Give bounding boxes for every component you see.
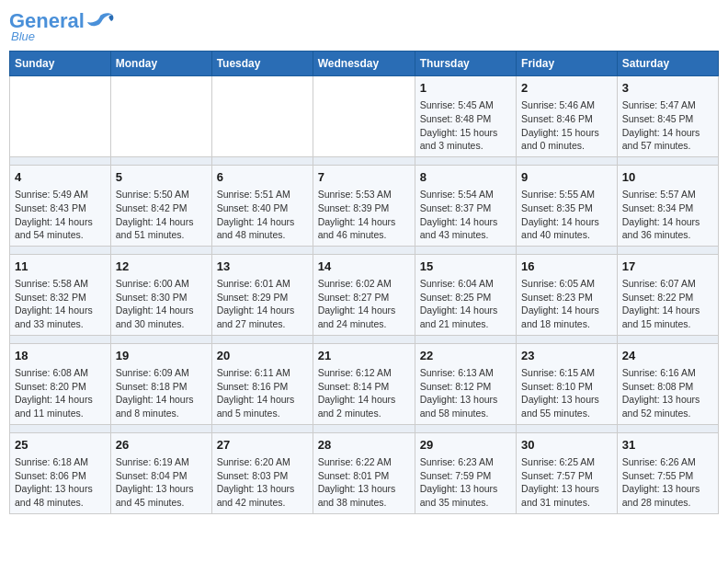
logo-bird-icon — [86, 11, 114, 31]
separator-cell — [517, 335, 618, 343]
day-number: 10 — [622, 169, 713, 186]
day-number: 13 — [217, 259, 308, 275]
separator-cell — [110, 156, 211, 165]
separator-cell — [211, 156, 313, 165]
calendar-cell: 6Sunrise: 5:51 AM Sunset: 8:40 PM Daylig… — [211, 165, 313, 246]
day-number: 19 — [116, 348, 207, 364]
day-info: Sunrise: 5:58 AM Sunset: 8:32 PM Dayligh… — [15, 277, 106, 331]
calendar-cell: 16Sunrise: 6:05 AM Sunset: 8:23 PM Dayli… — [517, 254, 618, 335]
day-info: Sunrise: 6:25 AM Sunset: 7:57 PM Dayligh… — [521, 455, 612, 510]
separator-cell — [415, 424, 516, 432]
calendar-cell: 13Sunrise: 6:01 AM Sunset: 8:29 PM Dayli… — [211, 254, 313, 335]
calendar-cell: 18Sunrise: 6:08 AM Sunset: 8:20 PM Dayli… — [10, 343, 111, 424]
separator-cell — [10, 156, 111, 165]
day-info: Sunrise: 6:05 AM Sunset: 8:23 PM Dayligh… — [521, 277, 612, 331]
day-info: Sunrise: 6:15 AM Sunset: 8:10 PM Dayligh… — [521, 366, 612, 420]
calendar-week-3: 11Sunrise: 5:58 AM Sunset: 8:32 PM Dayli… — [10, 254, 719, 335]
calendar-cell: 5Sunrise: 5:50 AM Sunset: 8:42 PM Daylig… — [110, 165, 211, 246]
week-separator — [10, 424, 719, 432]
day-info: Sunrise: 6:07 AM Sunset: 8:22 PM Dayligh… — [622, 277, 713, 331]
calendar-cell: 30Sunrise: 6:25 AM Sunset: 7:57 PM Dayli… — [517, 432, 618, 513]
day-info: Sunrise: 6:11 AM Sunset: 8:16 PM Dayligh… — [217, 366, 308, 420]
day-info: Sunrise: 6:19 AM Sunset: 8:04 PM Dayligh… — [116, 455, 207, 510]
day-info: Sunrise: 6:01 AM Sunset: 8:29 PM Dayligh… — [217, 277, 308, 331]
calendar-cell: 7Sunrise: 5:53 AM Sunset: 8:39 PM Daylig… — [313, 165, 415, 246]
day-info: Sunrise: 6:12 AM Sunset: 8:14 PM Dayligh… — [318, 366, 410, 420]
calendar-week-4: 18Sunrise: 6:08 AM Sunset: 8:20 PM Dayli… — [10, 343, 719, 424]
calendar-cell — [10, 76, 111, 157]
calendar-cell: 19Sunrise: 6:09 AM Sunset: 8:18 PM Dayli… — [110, 343, 211, 424]
day-number: 15 — [420, 259, 511, 275]
day-info: Sunrise: 5:50 AM Sunset: 8:42 PM Dayligh… — [116, 188, 207, 242]
separator-cell — [517, 156, 618, 165]
day-number: 18 — [15, 348, 106, 364]
separator-cell — [110, 335, 211, 343]
day-info: Sunrise: 6:20 AM Sunset: 8:03 PM Dayligh… — [217, 455, 308, 510]
day-info: Sunrise: 5:51 AM Sunset: 8:40 PM Dayligh… — [217, 188, 308, 242]
calendar-cell: 24Sunrise: 6:16 AM Sunset: 8:08 PM Dayli… — [617, 343, 718, 424]
calendar-week-1: 1Sunrise: 5:45 AM Sunset: 8:48 PM Daylig… — [10, 76, 719, 157]
separator-cell — [517, 424, 618, 432]
day-number: 7 — [318, 169, 410, 186]
calendar-cell: 3Sunrise: 5:47 AM Sunset: 8:45 PM Daylig… — [617, 76, 718, 157]
day-info: Sunrise: 6:04 AM Sunset: 8:25 PM Dayligh… — [420, 277, 511, 331]
calendar-cell: 1Sunrise: 5:45 AM Sunset: 8:48 PM Daylig… — [415, 76, 516, 157]
separator-cell — [313, 424, 415, 432]
calendar-cell: 17Sunrise: 6:07 AM Sunset: 8:22 PM Dayli… — [617, 254, 718, 335]
separator-cell — [617, 335, 718, 343]
logo-blue-text: Blue — [11, 29, 35, 43]
calendar-cell: 28Sunrise: 6:22 AM Sunset: 8:01 PM Dayli… — [313, 432, 415, 513]
calendar-cell: 4Sunrise: 5:49 AM Sunset: 8:43 PM Daylig… — [10, 165, 111, 246]
day-info: Sunrise: 5:57 AM Sunset: 8:34 PM Dayligh… — [622, 188, 713, 242]
day-number: 3 — [622, 80, 713, 97]
day-header-thursday: Thursday — [415, 52, 516, 76]
week-separator — [10, 156, 719, 165]
day-info: Sunrise: 5:47 AM Sunset: 8:45 PM Dayligh… — [622, 98, 713, 153]
separator-cell — [10, 335, 111, 343]
day-number: 30 — [521, 437, 612, 454]
day-info: Sunrise: 6:16 AM Sunset: 8:08 PM Dayligh… — [622, 366, 713, 420]
day-header-wednesday: Wednesday — [313, 52, 415, 76]
calendar-cell: 12Sunrise: 6:00 AM Sunset: 8:30 PM Dayli… — [110, 254, 211, 335]
separator-cell — [110, 424, 211, 432]
day-info: Sunrise: 5:45 AM Sunset: 8:48 PM Dayligh… — [420, 98, 511, 153]
calendar-cell: 11Sunrise: 5:58 AM Sunset: 8:32 PM Dayli… — [10, 254, 111, 335]
separator-cell — [617, 424, 718, 432]
separator-cell — [617, 246, 718, 254]
separator-cell — [415, 246, 516, 254]
logo: General Blue — [9, 9, 114, 43]
day-info: Sunrise: 6:13 AM Sunset: 8:12 PM Dayligh… — [420, 366, 511, 420]
day-number: 16 — [521, 259, 612, 275]
separator-cell — [313, 246, 415, 254]
calendar-cell: 21Sunrise: 6:12 AM Sunset: 8:14 PM Dayli… — [313, 343, 415, 424]
calendar-cell: 10Sunrise: 5:57 AM Sunset: 8:34 PM Dayli… — [617, 165, 718, 246]
separator-cell — [313, 335, 415, 343]
calendar-cell: 9Sunrise: 5:55 AM Sunset: 8:35 PM Daylig… — [517, 165, 618, 246]
day-number: 26 — [116, 437, 207, 454]
day-number: 31 — [622, 437, 713, 454]
calendar-cell: 15Sunrise: 6:04 AM Sunset: 8:25 PM Dayli… — [415, 254, 516, 335]
calendar-cell: 2Sunrise: 5:46 AM Sunset: 8:46 PM Daylig… — [517, 76, 618, 157]
day-number: 12 — [116, 259, 207, 275]
calendar-cell: 26Sunrise: 6:19 AM Sunset: 8:04 PM Dayli… — [110, 432, 211, 513]
day-info: Sunrise: 6:08 AM Sunset: 8:20 PM Dayligh… — [15, 366, 106, 420]
page-header: General Blue — [9, 9, 719, 43]
day-number: 4 — [15, 169, 106, 186]
separator-cell — [415, 156, 516, 165]
separator-cell — [517, 246, 618, 254]
day-info: Sunrise: 5:54 AM Sunset: 8:37 PM Dayligh… — [420, 188, 511, 242]
week-separator — [10, 246, 719, 254]
day-info: Sunrise: 6:26 AM Sunset: 7:55 PM Dayligh… — [622, 455, 713, 510]
day-info: Sunrise: 5:46 AM Sunset: 8:46 PM Dayligh… — [521, 98, 612, 153]
day-number: 21 — [318, 348, 410, 364]
calendar-week-2: 4Sunrise: 5:49 AM Sunset: 8:43 PM Daylig… — [10, 165, 719, 246]
day-number: 5 — [116, 169, 207, 186]
calendar-cell: 22Sunrise: 6:13 AM Sunset: 8:12 PM Dayli… — [415, 343, 516, 424]
separator-cell — [211, 335, 313, 343]
day-number: 8 — [420, 169, 511, 186]
separator-cell — [313, 156, 415, 165]
day-info: Sunrise: 6:18 AM Sunset: 8:06 PM Dayligh… — [15, 455, 106, 510]
calendar-cell: 20Sunrise: 6:11 AM Sunset: 8:16 PM Dayli… — [211, 343, 313, 424]
day-number: 17 — [622, 259, 713, 275]
calendar-cell: 23Sunrise: 6:15 AM Sunset: 8:10 PM Dayli… — [517, 343, 618, 424]
